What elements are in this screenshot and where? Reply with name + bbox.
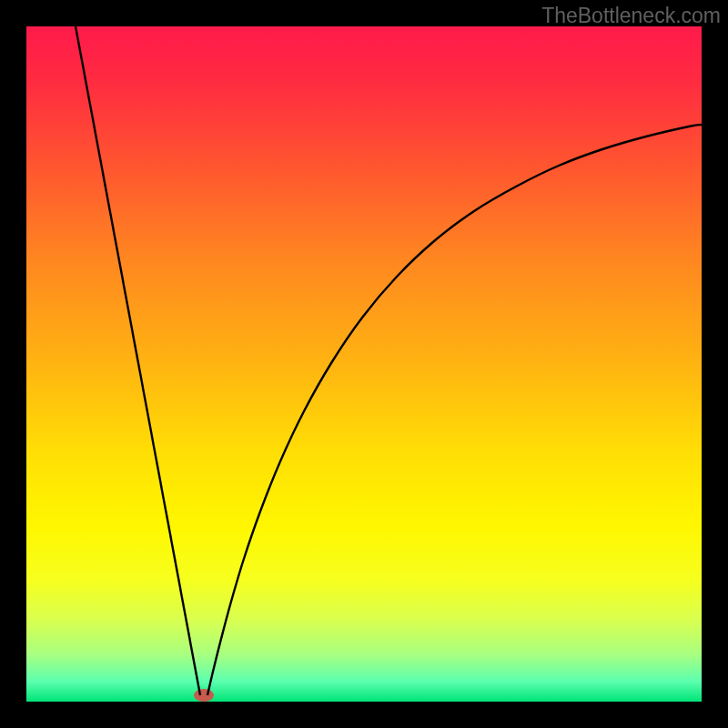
optimum-marker	[194, 689, 214, 702]
watermark-text: TheBottleneck.com	[541, 4, 721, 28]
gradient-background	[26, 26, 702, 702]
chart-frame	[26, 26, 702, 702]
bottleneck-chart	[26, 26, 702, 702]
